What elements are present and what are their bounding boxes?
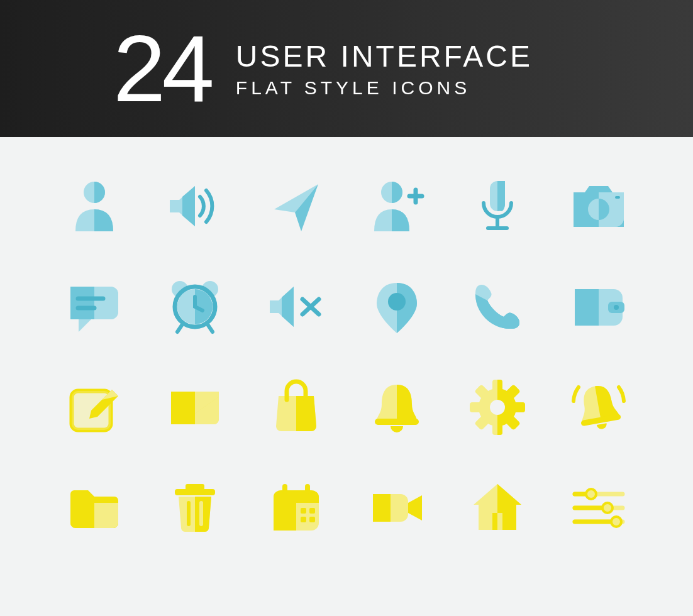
bell-icon xyxy=(365,376,428,439)
svg-rect-66 xyxy=(305,484,310,494)
svg-rect-68 xyxy=(309,508,315,514)
folder-icon xyxy=(63,476,126,539)
trash-icon xyxy=(164,476,226,539)
wallet-icon xyxy=(567,275,630,338)
svg-line-25 xyxy=(208,324,213,332)
svg-rect-14 xyxy=(615,196,620,199)
mail-icon xyxy=(164,376,226,439)
location-pin-icon xyxy=(365,275,428,338)
camera-icon xyxy=(567,175,630,238)
video-camera-icon xyxy=(365,476,428,539)
title-line-1: USER INTERFACE xyxy=(236,39,533,74)
svg-rect-69 xyxy=(301,517,306,522)
edit-icon xyxy=(63,376,126,439)
icon-count: 24 xyxy=(113,14,211,123)
svg-rect-58 xyxy=(175,489,215,495)
svg-point-32 xyxy=(614,305,619,310)
sliders-icon xyxy=(567,476,630,539)
gear-icon xyxy=(466,376,529,439)
svg-rect-74 xyxy=(497,513,502,530)
svg-rect-67 xyxy=(301,508,306,514)
svg-line-24 xyxy=(177,324,182,332)
svg-rect-63 xyxy=(274,497,319,503)
volume-icon xyxy=(164,175,226,238)
home-icon xyxy=(466,476,529,539)
alarm-clock-icon xyxy=(164,275,226,338)
svg-point-28 xyxy=(388,293,406,311)
svg-point-47 xyxy=(490,400,505,415)
svg-point-82 xyxy=(602,503,613,513)
add-user-icon xyxy=(365,175,428,238)
send-icon xyxy=(265,175,328,238)
header-banner: 24 USER INTERFACE FLAT STYLE ICONS xyxy=(0,0,693,137)
phone-icon xyxy=(466,275,529,338)
svg-rect-70 xyxy=(309,517,315,522)
svg-rect-5 xyxy=(497,181,505,211)
user-icon xyxy=(63,175,126,238)
svg-rect-65 xyxy=(282,484,287,494)
svg-point-83 xyxy=(611,517,621,527)
bell-ringing-icon xyxy=(567,376,630,439)
microphone-icon xyxy=(466,175,529,238)
mute-icon xyxy=(265,275,328,338)
title-line-2: FLAT STYLE ICONS xyxy=(236,77,533,99)
calendar-icon xyxy=(265,476,328,539)
icon-grid xyxy=(0,137,693,583)
svg-point-81 xyxy=(586,489,596,499)
chat-icon xyxy=(63,275,126,338)
shopping-bag-icon xyxy=(265,376,328,439)
svg-rect-37 xyxy=(375,419,419,425)
svg-rect-51 xyxy=(513,402,525,412)
